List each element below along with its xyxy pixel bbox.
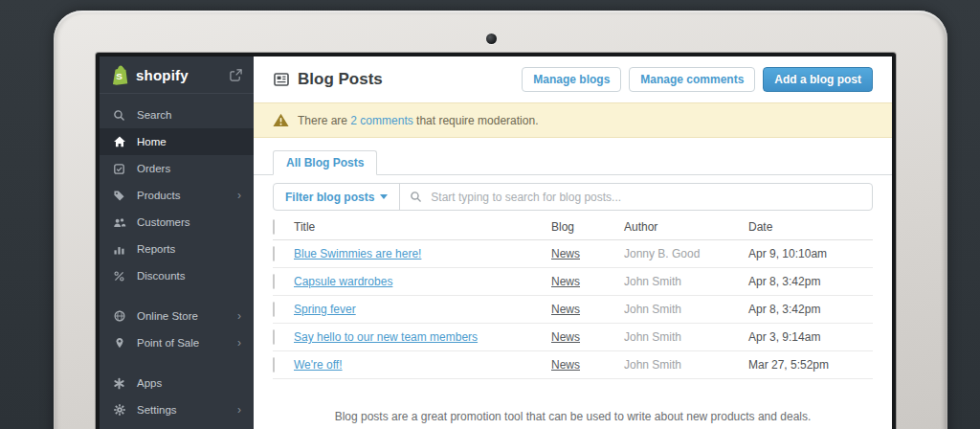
online-store-icon	[112, 309, 126, 324]
sidebar-item-label: Orders	[137, 163, 170, 174]
sidebar-item-products[interactable]: Products›	[100, 182, 254, 209]
manage-comments-button[interactable]: Manage comments	[629, 67, 755, 92]
sidebar-item-apps[interactable]: Apps	[100, 370, 254, 396]
main-content: Blog Posts Manage blogs Manage comments …	[254, 56, 892, 429]
photo-backdrop: S shopify SearchHomeOrdersProduc	[0, 0, 980, 429]
column-header-date: Date	[748, 220, 873, 234]
filter-bar: Filter blog posts	[273, 183, 873, 211]
row-checkbox[interactable]	[273, 329, 275, 345]
reports-icon	[112, 242, 126, 257]
date-cell: Apr 3, 9:14am	[748, 330, 873, 344]
blog-link[interactable]: News	[551, 330, 580, 344]
author-cell: John Smith	[624, 330, 748, 344]
page-title-text: Blog Posts	[298, 70, 383, 89]
sidebar-item-home[interactable]: Home	[100, 128, 254, 155]
sidebar-item-reports[interactable]: Reports	[100, 236, 254, 262]
date-cell: Mar 27, 5:52pm	[748, 358, 873, 372]
orders-icon	[112, 162, 126, 176]
filter-blog-posts-dropdown[interactable]: Filter blog posts	[274, 184, 400, 210]
alert-text-suffix: that require moderation.	[413, 114, 539, 127]
tab-bar: All Blog Posts	[254, 138, 892, 175]
svg-text:S: S	[116, 71, 122, 81]
sidebar-item-label: Settings	[137, 404, 177, 416]
sidebar-item-label: Home	[137, 136, 167, 147]
warning-triangle-icon	[273, 113, 289, 127]
comments-moderation-link[interactable]: 2 comments	[350, 114, 412, 127]
sidebar: S shopify SearchHomeOrdersProduc	[100, 56, 254, 429]
discounts-icon	[112, 269, 126, 283]
help-text: Blog posts are a great promotion tool th…	[254, 410, 892, 423]
column-header-author: Author	[624, 220, 748, 234]
chevron-down-icon	[380, 194, 388, 199]
author-cell: Jonny B. Good	[624, 247, 748, 260]
apps-icon	[112, 376, 126, 391]
chevron-right-icon: ›	[237, 190, 241, 201]
sidebar-item-label: Point of Sale	[137, 337, 199, 349]
alert-text: There are 2 comments that require modera…	[298, 114, 538, 127]
blog-link[interactable]: News	[551, 275, 580, 288]
post-title-link[interactable]: Say hello to our new team members	[294, 330, 478, 344]
shopify-logo[interactable]: S shopify	[100, 56, 254, 94]
post-title-link[interactable]: We're off!	[294, 358, 343, 372]
alert-text-prefix: There are	[298, 114, 350, 127]
tab-all-blog-posts[interactable]: All Blog Posts	[273, 150, 377, 175]
search-icon	[112, 108, 126, 123]
sidebar-item-discounts[interactable]: Discounts	[100, 262, 254, 289]
sidebar-item-label: Reports	[137, 243, 175, 255]
settings-icon	[112, 403, 126, 418]
blog-posts-table: Title Blog Author Date Blue Swimmies are…	[273, 214, 873, 379]
laptop-screen: S shopify SearchHomeOrdersProduc	[96, 53, 896, 429]
webcam-icon	[486, 34, 497, 44]
table-row: Say hello to our new team membersNewsJoh…	[273, 324, 873, 351]
table-row: Spring feverNewsJohn SmithApr 8, 3:42pm	[273, 296, 873, 324]
shopify-admin-window: S shopify SearchHomeOrdersProduc	[100, 56, 892, 429]
add-blog-post-button[interactable]: Add a blog post	[763, 67, 873, 92]
chevron-right-icon: ›	[237, 337, 241, 349]
page-header: Blog Posts Manage blogs Manage comments …	[254, 56, 892, 102]
blog-link[interactable]: News	[551, 358, 580, 372]
chevron-right-icon: ›	[237, 404, 241, 416]
sidebar-item-label: Products	[137, 190, 180, 201]
sidebar-item-customers[interactable]: Customers	[100, 209, 254, 236]
post-title-link[interactable]: Blue Swimmies are here!	[294, 247, 421, 260]
sidebar-item-search[interactable]: Search	[100, 102, 254, 128]
sidebar-item-label: Apps	[137, 377, 162, 389]
filter-dropdown-label: Filter blog posts	[285, 191, 374, 204]
date-cell: Apr 8, 3:42pm	[748, 303, 873, 316]
laptop-bezel: S shopify SearchHomeOrdersProduc	[54, 11, 947, 429]
search-input[interactable]	[429, 190, 862, 205]
sidebar-item-online-store[interactable]: Online Store›	[100, 303, 254, 329]
search-field	[400, 184, 872, 210]
table-row: Blue Swimmies are here!NewsJonny B. Good…	[273, 240, 873, 268]
sidebar-item-label: Discounts	[137, 270, 186, 282]
row-checkbox[interactable]	[273, 302, 275, 317]
external-link-icon[interactable]	[230, 69, 242, 81]
products-icon	[112, 189, 126, 203]
sidebar-item-label: Online Store	[137, 310, 198, 322]
sidebar-item-orders[interactable]: Orders	[100, 155, 254, 182]
customers-icon	[112, 215, 126, 230]
sidebar-item-point-of-sale[interactable]: Point of Sale›	[100, 329, 254, 356]
post-title-link[interactable]: Spring fever	[294, 303, 356, 316]
date-cell: Apr 8, 3:42pm	[748, 275, 873, 288]
logo-wordmark: shopify	[136, 67, 189, 83]
column-header-title: Title	[294, 220, 551, 234]
manage-blogs-button[interactable]: Manage blogs	[522, 67, 621, 92]
row-checkbox[interactable]	[273, 246, 275, 261]
row-checkbox[interactable]	[273, 274, 275, 289]
newspaper-icon	[273, 71, 290, 88]
post-title-link[interactable]: Capsule wardrobes	[294, 275, 392, 288]
sidebar-item-settings[interactable]: Settings›	[100, 396, 254, 423]
point-of-sale-icon	[112, 336, 126, 350]
date-cell: Apr 9, 10:10am	[748, 247, 873, 260]
table-header-row: Title Blog Author Date	[273, 214, 873, 240]
blog-link[interactable]: News	[551, 247, 580, 260]
blog-link[interactable]: News	[551, 303, 580, 316]
row-checkbox[interactable]	[273, 357, 275, 373]
shopify-bag-icon: S	[111, 65, 129, 85]
author-cell: John Smith	[624, 275, 748, 288]
select-all-checkbox[interactable]	[273, 219, 275, 235]
home-icon	[112, 135, 126, 149]
sidebar-item-label: Search	[137, 109, 171, 121]
table-row: We're off!NewsJohn SmithMar 27, 5:52pm	[273, 351, 873, 379]
